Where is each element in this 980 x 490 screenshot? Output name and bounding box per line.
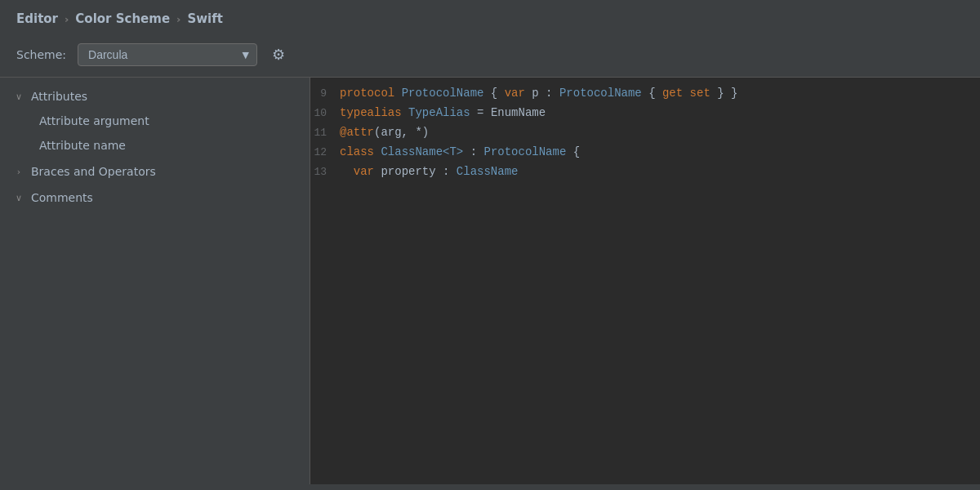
breadcrumb-swift[interactable]: Swift	[187, 11, 223, 26]
code-token: get	[662, 87, 683, 100]
code-token: =	[470, 106, 491, 119]
code-token: p	[532, 87, 538, 100]
tree-group-label-comments: Comments	[31, 191, 93, 204]
tree-group-attributes: ∨ Attributes Attribute argument Attribut…	[0, 84, 310, 158]
code-token: {	[642, 87, 662, 100]
line-content: typealias TypeAlias = EnumName	[340, 104, 546, 122]
code-line: 11@attr(arg, *)	[310, 123, 980, 143]
tree-item-attribute-name[interactable]: Attribute name	[0, 133, 310, 158]
code-token: property :	[374, 165, 457, 178]
gear-button[interactable]: ⚙	[269, 42, 288, 67]
code-line: 10typealias TypeAlias = EnumName	[310, 104, 980, 123]
line-number: 10	[310, 105, 340, 122]
code-token: protocol	[340, 87, 394, 100]
line-number: 9	[310, 86, 340, 103]
line-content: var property : ClassName	[340, 163, 518, 180]
scheme-dropdown[interactable]: Darcula IntelliJ Light High Contrast Mon…	[78, 43, 257, 66]
chevron-attributes: ∨	[13, 91, 24, 102]
line-number: 12	[310, 145, 340, 162]
tree-group-comments: ∨ Comments	[0, 185, 310, 210]
code-token: (arg, *)	[374, 126, 429, 139]
line-number: 11	[310, 125, 340, 142]
tree-group-label-attributes: Attributes	[31, 90, 87, 103]
code-token: typealias	[340, 106, 402, 119]
line-content: protocol ProtocolName { var p : Protocol…	[340, 84, 737, 102]
code-line: 9protocol ProtocolName { var p : Protoco…	[310, 84, 980, 104]
code-token: ProtocolName	[483, 145, 566, 158]
chevron-braces: ›	[13, 167, 24, 177]
left-panel: ∨ Attributes Attribute argument Attribut…	[0, 78, 310, 484]
tree-group-label-braces: Braces and Operators	[31, 165, 156, 178]
code-token: ClassName	[457, 165, 519, 178]
code-token: ClassName	[381, 145, 443, 158]
code-token	[340, 165, 354, 178]
tree-item-attribute-argument[interactable]: Attribute argument	[0, 109, 310, 133]
scheme-label: Scheme:	[16, 48, 66, 61]
tree-group-header-comments[interactable]: ∨ Comments	[0, 185, 310, 210]
code-token	[394, 87, 401, 100]
code-token: @attr	[340, 126, 374, 139]
code-token: set	[690, 87, 710, 100]
line-content: class ClassName<T> : ProtocolName {	[340, 143, 580, 161]
code-token: } }	[710, 87, 738, 100]
breadcrumb-editor[interactable]: Editor	[16, 11, 58, 26]
breadcrumb-color-scheme[interactable]: Color Scheme	[75, 11, 170, 26]
main-content: ∨ Attributes Attribute argument Attribut…	[0, 78, 980, 484]
line-number: 13	[310, 164, 340, 181]
code-token: var	[505, 87, 525, 100]
right-panel: 9protocol ProtocolName { var p : Protoco…	[310, 78, 980, 484]
code-token: EnumName	[491, 106, 546, 119]
code-token: ProtocolName	[559, 87, 642, 100]
code-token: <T>	[443, 145, 463, 158]
code-token: ProtocolName	[402, 87, 484, 100]
gear-icon: ⚙	[272, 46, 285, 64]
line-content: @attr(arg, *)	[340, 123, 429, 141]
code-line: 13 var property : ClassName	[310, 163, 980, 182]
scheme-select-wrapper: Darcula IntelliJ Light High Contrast Mon…	[78, 43, 257, 66]
code-token: :	[463, 145, 483, 158]
code-token: class	[340, 145, 374, 158]
tree-group-braces: › Braces and Operators	[0, 159, 310, 184]
scheme-row: Scheme: Darcula IntelliJ Light High Cont…	[0, 34, 980, 78]
code-token: var	[354, 165, 374, 178]
breadcrumb-sep-2: ›	[176, 13, 180, 25]
breadcrumb: Editor › Color Scheme › Swift	[0, 0, 980, 34]
tree-group-header-attributes[interactable]: ∨ Attributes	[0, 84, 310, 109]
code-block: 9protocol ProtocolName { var p : Protoco…	[310, 78, 980, 189]
code-token: :	[539, 87, 559, 100]
code-token	[402, 106, 408, 119]
code-token: TypeAlias	[408, 106, 470, 119]
chevron-comments: ∨	[13, 193, 24, 203]
code-token: {	[483, 87, 504, 100]
code-token	[683, 87, 689, 100]
code-line: 12class ClassName<T> : ProtocolName {	[310, 143, 980, 163]
code-token: {	[566, 145, 580, 158]
breadcrumb-sep-1: ›	[65, 13, 69, 25]
tree-group-header-braces[interactable]: › Braces and Operators	[0, 159, 310, 184]
